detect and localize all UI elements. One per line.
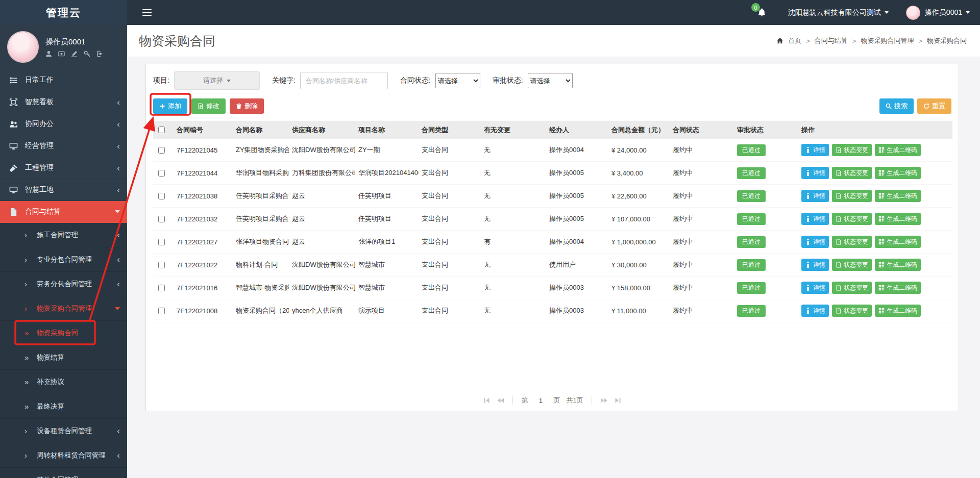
cell-changed: 无 <box>481 254 546 276</box>
key-icon[interactable] <box>84 51 90 57</box>
col-supplier: 供应商名称 <box>289 121 355 139</box>
status-change-button[interactable]: 状态变更 <box>832 305 872 317</box>
sidebar: 操作员0001 日常工作智慧看板‹协同办公‹经营管理‹工程管理‹智慧工地‹合同与… <box>0 25 127 478</box>
edit-button[interactable]: 修改 <box>191 98 226 114</box>
sidebar-item-collaboration-office[interactable]: 协同办公‹ <box>0 113 127 135</box>
breadcrumb-item[interactable]: 物资采购合同管理 <box>861 36 914 45</box>
breadcrumb-item[interactable]: 首页 <box>788 36 801 45</box>
sidebar-item-daily-work[interactable]: 日常工作 <box>0 69 127 91</box>
cell-project: 演示项目 <box>355 299 419 322</box>
next-page-button[interactable] <box>600 397 608 404</box>
contract-status-filter-label: 合同状态: <box>400 76 431 85</box>
search-button[interactable]: 搜索 <box>879 98 914 114</box>
first-page-button[interactable] <box>483 397 491 404</box>
brand-logo[interactable]: 管理云 <box>0 0 127 25</box>
breadcrumb-item[interactable]: 合同与结算 <box>815 36 848 45</box>
cell-status: 履约中 <box>670 185 734 208</box>
cell-handler: 操作员0004 <box>546 231 608 254</box>
sidebar-toggle-button[interactable] <box>137 4 157 21</box>
status-change-button[interactable]: 状态变更 <box>832 236 872 248</box>
user-icon[interactable] <box>45 51 52 57</box>
project-select[interactable]: 请选择 <box>174 71 260 90</box>
status-change-button[interactable]: 状态变更 <box>832 259 872 271</box>
generate-qrcode-button[interactable]: 生成二维码 <box>875 167 921 179</box>
detail-button[interactable]: 详情 <box>801 305 829 317</box>
detail-button[interactable]: 详情 <box>801 213 829 225</box>
keyword-input[interactable] <box>300 72 388 89</box>
sidebar-item-final-settlement[interactable]: »最终决算 <box>0 394 127 419</box>
table-row: 7F122021022物料计划-合同沈阳DW股份有限公司智慧城市支出合同无使用用… <box>153 254 952 276</box>
cell-type: 支出合同 <box>419 139 481 162</box>
sidebar-item-smart-site[interactable]: 智慧工地‹ <box>0 179 127 201</box>
select-all-checkbox[interactable] <box>158 127 165 133</box>
generate-qrcode-button[interactable]: 生成二维码 <box>875 305 921 317</box>
detail-button[interactable]: 详情 <box>801 236 829 248</box>
last-page-button[interactable] <box>614 397 622 404</box>
project-filter-label: 项目: <box>153 76 169 85</box>
sidebar-item-construction-contract-mgmt[interactable]: ›施工合同管理‹ <box>0 223 127 247</box>
status-change-button[interactable]: 状态变更 <box>832 213 872 225</box>
cell-name: 物资采购合同（20210 <box>233 299 289 322</box>
detail-button[interactable]: 详情 <box>801 144 829 156</box>
row-checkbox[interactable] <box>158 147 165 154</box>
breadcrumb-item[interactable]: 物资采购合同 <box>927 36 967 45</box>
cell-name: 张洋项目物资合同 <box>233 231 289 254</box>
row-checkbox[interactable] <box>158 262 165 268</box>
status-change-button[interactable]: 状态变更 <box>832 167 872 179</box>
cell-handler: 操作员0005 <box>546 162 608 185</box>
detail-button[interactable]: 详情 <box>801 167 829 179</box>
photo-icon[interactable] <box>58 51 65 57</box>
contract-status-select[interactable]: 请选择 <box>435 73 480 88</box>
generate-qrcode-button[interactable]: 生成二维码 <box>875 282 921 294</box>
logout-icon[interactable] <box>96 51 103 57</box>
edit-icon[interactable] <box>71 51 78 57</box>
generate-qrcode-button[interactable]: 生成二维码 <box>875 259 921 271</box>
status-change-button[interactable]: 状态变更 <box>832 282 872 294</box>
generate-qrcode-button[interactable]: 生成二维码 <box>875 190 921 202</box>
company-dropdown[interactable]: 沈阳慧筑云科技有限公司测试 <box>788 8 889 17</box>
user-dropdown[interactable]: 操作员0001 <box>906 6 970 20</box>
sidebar-item-turnover-material-lease-contract-mgmt[interactable]: ›周转材料租赁合同管理‹ <box>0 443 127 468</box>
sidebar-item-other-contract-mgmt[interactable]: ›其他合同管理‹ <box>0 468 127 478</box>
sidebar-item-material-purchase-contract[interactable]: »物资采购合同 <box>0 321 127 345</box>
refresh-icon <box>923 103 929 109</box>
delete-button[interactable]: 删除 <box>230 98 264 114</box>
cell-type: 支出合同 <box>419 185 481 208</box>
row-checkbox[interactable] <box>158 239 165 245</box>
current-page[interactable]: 1 <box>534 397 547 405</box>
sidebar-item-labor-subcontract-mgmt[interactable]: ›劳务分包合同管理‹ <box>0 272 127 296</box>
sidebar-item-project-management[interactable]: 工程管理‹ <box>0 157 127 179</box>
row-checkbox[interactable] <box>158 285 165 291</box>
sidebar-item-business-management[interactable]: 经营管理‹ <box>0 135 127 157</box>
sidebar-item-professional-subcontract-mgmt[interactable]: ›专业分包合同管理‹ <box>0 247 127 272</box>
detail-button[interactable]: 详情 <box>801 190 829 202</box>
cell-type: 支出合同 <box>419 208 481 231</box>
row-checkbox[interactable] <box>158 216 165 222</box>
sidebar-item-material-purchase-contract-mgmt[interactable]: ›物资采购合同管理 <box>0 296 127 321</box>
generate-qrcode-button[interactable]: 生成二维码 <box>875 144 921 156</box>
row-checkbox[interactable] <box>158 308 165 314</box>
generate-qrcode-button[interactable]: 生成二维码 <box>875 236 921 248</box>
status-change-button[interactable]: 状态变更 <box>832 190 872 202</box>
contracts-table: 合同编号 合同名称 供应商名称 项目名称 合同类型 有无变更 经办人 合同总金额… <box>153 121 952 322</box>
sidebar-item-contract-settlement[interactable]: 合同与结算 <box>0 201 127 223</box>
row-checkbox[interactable] <box>158 170 165 177</box>
cell-name: ZY集团物资采购合同 <box>233 139 289 162</box>
monitor-icon <box>9 142 18 150</box>
sidebar-item-equipment-lease-contract-mgmt[interactable]: ›设备租赁合同管理‹ <box>0 419 127 443</box>
status-change-button[interactable]: 状态变更 <box>832 144 872 156</box>
detail-button[interactable]: 详情 <box>801 282 829 294</box>
sidebar-item-material-settlement[interactable]: »物资结算 <box>0 345 127 370</box>
prev-page-button[interactable] <box>497 397 504 404</box>
row-checkbox[interactable] <box>158 193 165 199</box>
add-button[interactable]: 添加 <box>153 98 187 114</box>
generate-qrcode-button[interactable]: 生成二维码 <box>875 213 921 225</box>
doc-icon <box>198 103 204 109</box>
approval-status-select[interactable]: 请选择 <box>528 73 573 88</box>
sidebar-item-smart-board[interactable]: 智慧看板‹ <box>0 91 127 113</box>
sidebar-item-supplement-agreement[interactable]: »补充协议 <box>0 370 127 394</box>
detail-button[interactable]: 详情 <box>801 259 829 271</box>
notifications-button[interactable]: 0 <box>757 8 767 17</box>
reset-button[interactable]: 重置 <box>917 98 951 114</box>
cell-supplier: yhcen个人供应商 <box>289 299 355 322</box>
